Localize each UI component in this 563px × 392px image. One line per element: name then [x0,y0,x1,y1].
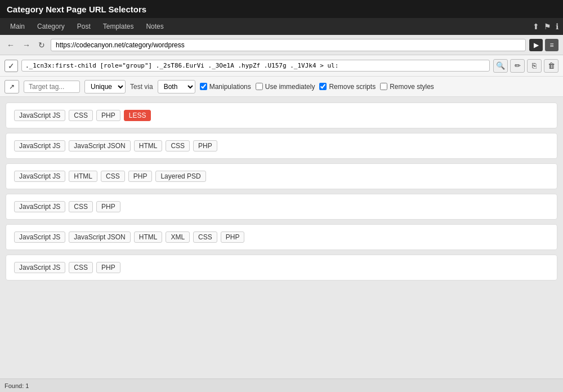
result-card-1: JavaScript JSCSSPHPLESS [6,103,557,128]
remove-styles-label: Remove styles [390,83,434,91]
tag-badge: HTML [134,140,163,152]
back-button[interactable]: ← [5,39,17,51]
result-card-6: JavaScript JSCSSPHP [6,255,557,280]
tag-badge: CSS [101,171,125,182]
tag-badge: CSS [69,110,93,121]
manipulations-checkbox-group[interactable]: Manipulations [200,83,251,91]
search-selector-button[interactable]: 🔍 [493,59,508,73]
target-tag-input[interactable] [24,81,80,93]
tag-badge: JavaScript JS [14,110,65,121]
play-button[interactable]: ▶ [529,39,543,51]
url-bar-row: ← → ↻ ▶ ≡ [0,35,563,55]
open-link-button[interactable]: ↗ [5,80,19,93]
tag-badge: Layered PSD [155,171,205,182]
tag-badge: JavaScript JS [14,171,65,182]
tag-badge: PHP [193,140,217,152]
tag-badge: JavaScript JS [14,140,65,152]
url-right-icons: ▶ ≡ [529,39,558,51]
result-card-2: JavaScript JSJavaScript JSONHTMLCSSPHP [6,133,557,159]
status-bar: Found: 1 [0,378,563,392]
found-status: Found: 1 [5,382,29,389]
manipulations-checkbox[interactable] [200,83,207,90]
manipulations-label: Manipulations [209,83,251,91]
selector-action-buttons: 🔍 ✏ ⎘ 🗑 [493,59,558,73]
tag-badge: PHP [221,231,245,243]
tab-notes[interactable]: Notes [140,20,169,33]
tag-badge: PHP [96,262,120,273]
tag-badge: PHP [96,110,120,121]
tag-badge: JavaScript JSON [69,231,130,243]
tag-badge: LESS [124,110,151,121]
tab-post[interactable]: Post [72,20,96,33]
url-input[interactable] [51,39,526,51]
use-immediately-checkbox[interactable] [256,83,263,90]
upload-icon[interactable]: ⬆ [533,22,539,31]
remove-styles-checkbox-group[interactable]: Remove styles [380,83,434,91]
nav-tabs-row: Main Category Post Templates Notes ⬆ ⚑ ℹ [0,18,563,35]
remove-scripts-checkbox-group[interactable]: Remove scripts [319,83,376,91]
copy-selector-button[interactable]: ⎘ [527,59,542,73]
tag-badge: HTML [69,171,97,182]
tag-badge: PHP [128,171,153,182]
tag-badge: XML [166,231,190,243]
selector-input[interactable] [21,60,490,72]
title-bar: Category Next Page URL Selectors [0,0,563,18]
target-row: ↗ Unique All Test via Both CSS XPath Man… [0,77,563,97]
tab-templates[interactable]: Templates [97,20,140,33]
forward-button[interactable]: → [20,39,33,51]
result-card-4: JavaScript JSCSSPHP [6,194,557,220]
test-via-label: Test via [130,83,153,91]
test-via-select[interactable]: Both CSS XPath [158,80,195,93]
use-immediately-checkbox-group[interactable]: Use immediately [256,83,315,91]
tag-badge: JavaScript JS [14,231,65,243]
refresh-button[interactable]: ↻ [36,39,47,51]
remove-styles-checkbox[interactable] [380,83,387,90]
tag-badge: CSS [69,201,93,212]
unique-select[interactable]: Unique All [84,80,126,93]
tab-category[interactable]: Category [32,20,70,33]
tag-badge: JavaScript JSON [69,140,130,152]
flag-icon[interactable]: ⚑ [544,22,551,31]
tag-badge: CSS [193,231,217,243]
tag-badge: CSS [166,140,190,152]
result-card-3: JavaScript JSHTMLCSSPHPLayered PSD [6,163,557,189]
menu-button[interactable]: ≡ [545,39,558,51]
nav-tab-icons: ⬆ ⚑ ℹ [533,22,558,31]
main-content: JavaScript JSCSSPHPLESSJavaScript JSJava… [0,97,563,378]
delete-selector-button[interactable]: 🗑 [544,59,558,73]
result-card-5: JavaScript JSJavaScript JSONHTMLXMLCSSPH… [6,224,557,250]
tag-badge: HTML [134,231,163,243]
remove-scripts-label: Remove scripts [329,83,376,91]
tag-badge: CSS [69,262,93,273]
tag-badge: PHP [96,201,120,212]
tag-badge: JavaScript JS [14,201,65,212]
selector-bar: ✓ 🔍 ✏ ⎘ 🗑 [0,55,563,77]
tab-main[interactable]: Main [5,20,30,33]
remove-scripts-checkbox[interactable] [319,83,327,90]
tag-badge: JavaScript JS [14,262,65,273]
check-button[interactable]: ✓ [5,60,18,72]
edit-selector-button[interactable]: ✏ [510,59,525,73]
app-title: Category Next Page URL Selectors [7,5,146,14]
use-immediately-label: Use immediately [265,83,315,91]
info-icon[interactable]: ℹ [556,22,558,31]
